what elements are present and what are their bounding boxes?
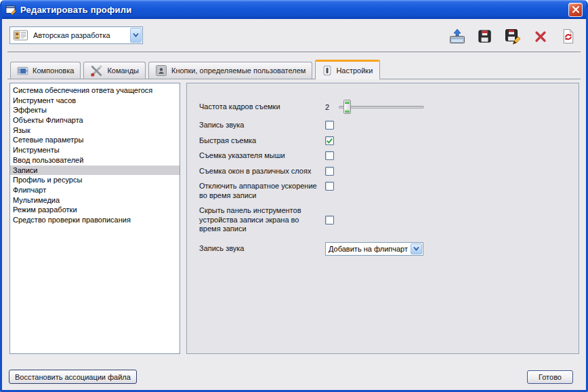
list-item-flipchart-objects[interactable]: Объекты Флипчарта bbox=[10, 115, 180, 125]
tools-icon bbox=[90, 64, 103, 77]
restore-file-associations-button[interactable]: Восстановить ассоциации файла bbox=[9, 370, 137, 384]
sound-mode-dropdown[interactable]: Добавить на флипчарт bbox=[325, 242, 423, 256]
dialog-client-area: Авторская разработка bbox=[2, 19, 586, 390]
toolbar-separator bbox=[7, 52, 581, 52]
list-item-design-mode[interactable]: Режим разработки bbox=[10, 205, 180, 215]
reset-profile-button[interactable] bbox=[559, 27, 577, 45]
profile-selector-dropdown-button[interactable] bbox=[130, 28, 142, 43]
close-button[interactable] bbox=[568, 3, 583, 17]
capture-pointer-row: Съемка указателя мыши bbox=[199, 151, 565, 161]
list-item-effects[interactable]: Эффекты bbox=[10, 105, 180, 115]
import-icon bbox=[448, 28, 466, 45]
list-item-student-response[interactable]: Система обеспечения ответа учащегося bbox=[10, 85, 180, 96]
list-item-user-input[interactable]: Ввод пользователей bbox=[10, 155, 180, 165]
profile-card-icon bbox=[14, 30, 28, 41]
refresh-document-icon bbox=[560, 28, 576, 44]
list-item-clock-tool[interactable]: Инструмент часов bbox=[10, 96, 180, 106]
tab-label: Команды bbox=[107, 66, 139, 75]
user-button-icon bbox=[155, 64, 167, 77]
capture-layered-windows-row: Съемка окон в различных слоях bbox=[199, 167, 565, 176]
hide-recorder-toolbar-row: Скрыть панель инструментов устройства за… bbox=[199, 206, 565, 234]
category-list: Система обеспечения ответа учащегося Инс… bbox=[9, 83, 180, 354]
tab-user-buttons[interactable]: Кнопки, определяемые пользователем bbox=[148, 62, 312, 79]
window-title: Редактировать профили bbox=[20, 5, 568, 15]
checkbox-hide-recorder-toolbar[interactable] bbox=[325, 216, 334, 224]
capture-layered-windows-label: Съемка окон в различных слоях bbox=[199, 167, 325, 176]
profile-selector-value: Авторская разработка bbox=[33, 31, 142, 39]
chevron-down-icon bbox=[413, 246, 420, 252]
list-item-language[interactable]: Язык bbox=[10, 125, 180, 136]
frame-rate-row: Частота кадров съемки 2 bbox=[199, 100, 565, 115]
fast-capture-row: Быстрая съемка bbox=[199, 136, 565, 146]
tab-layout[interactable]: Компоновка bbox=[10, 62, 81, 79]
settings-panel: Частота кадров съемки 2 Запись звука Быс… bbox=[186, 83, 579, 354]
edit-profiles-dialog: Редактировать профили Авторс bbox=[0, 0, 588, 392]
titlebar[interactable]: Редактировать профили bbox=[0, 0, 588, 19]
checkbox-capture-pointer[interactable] bbox=[325, 151, 334, 160]
list-item-profile-and-resources[interactable]: Профиль и ресурсы bbox=[10, 175, 180, 185]
checkbox-disable-hw-accel[interactable] bbox=[325, 182, 334, 191]
delete-profile-button[interactable] bbox=[531, 27, 549, 45]
tab-label: Компоновка bbox=[33, 66, 74, 75]
list-item-recordings[interactable]: Записи bbox=[10, 165, 180, 176]
import-profile-button[interactable] bbox=[448, 27, 466, 45]
record-sound-row: Запись звука bbox=[199, 121, 565, 130]
tab-bar: Компоновка Команды bbox=[7, 60, 581, 79]
sound-mode-row: Запись звука Добавить на флипчарт bbox=[199, 242, 565, 256]
save-profile-button[interactable] bbox=[476, 27, 494, 45]
floppy-pencil-icon bbox=[504, 28, 522, 45]
done-button[interactable]: Готово bbox=[527, 370, 573, 384]
check-icon bbox=[326, 136, 333, 145]
checkbox-capture-layered-windows[interactable] bbox=[325, 167, 334, 176]
capture-pointer-label: Съемка указателя мыши bbox=[199, 151, 325, 161]
sound-mode-value: Добавить на флипчарт bbox=[326, 245, 423, 253]
frame-rate-value: 2 bbox=[325, 103, 339, 111]
layout-icon bbox=[17, 65, 28, 77]
list-item-network-settings[interactable]: Сетевые параметры bbox=[10, 135, 180, 145]
chevron-down-icon bbox=[132, 32, 140, 39]
slider-thumb[interactable] bbox=[343, 100, 351, 114]
record-sound-label: Запись звука bbox=[199, 121, 325, 130]
floppy-save-icon bbox=[477, 28, 492, 44]
close-x-icon bbox=[572, 5, 580, 14]
disable-hw-accel-row: Отключить аппаратное ускорение во время … bbox=[199, 182, 565, 200]
profile-selector[interactable]: Авторская разработка bbox=[9, 26, 143, 44]
list-item-spellchecker[interactable]: Средство проверки правописания bbox=[10, 215, 180, 225]
frame-rate-slider[interactable] bbox=[339, 100, 424, 115]
tab-settings[interactable]: Настройки bbox=[315, 60, 380, 79]
app-window-pencil-icon bbox=[5, 4, 17, 16]
list-item-multimedia[interactable]: Мультимедиа bbox=[10, 195, 180, 205]
tab-label: Настройки bbox=[336, 66, 373, 75]
switch-icon bbox=[322, 65, 332, 76]
checkbox-fast-capture[interactable] bbox=[325, 136, 334, 145]
tab-label: Кнопки, определяемые пользователем bbox=[171, 66, 306, 75]
save-profile-as-button[interactable] bbox=[503, 27, 522, 45]
checkbox-record-sound[interactable] bbox=[325, 121, 334, 130]
frame-rate-label: Частота кадров съемки bbox=[199, 102, 325, 112]
red-x-icon bbox=[533, 29, 548, 44]
list-item-flipchart[interactable]: Флипчарт bbox=[10, 185, 180, 195]
list-item-tools[interactable]: Инструменты bbox=[10, 145, 180, 155]
toolbar bbox=[448, 27, 577, 45]
tab-commands[interactable]: Команды bbox=[83, 62, 146, 79]
sound-mode-dropdown-button[interactable] bbox=[411, 243, 422, 254]
sound-mode-label: Запись звука bbox=[199, 244, 325, 254]
slider-track[interactable] bbox=[339, 106, 424, 109]
hide-recorder-toolbar-label: Скрыть панель инструментов устройства за… bbox=[199, 206, 325, 234]
disable-hw-accel-label: Отключить аппаратное ускорение во время … bbox=[199, 182, 325, 200]
fast-capture-label: Быстрая съемка bbox=[199, 136, 325, 146]
